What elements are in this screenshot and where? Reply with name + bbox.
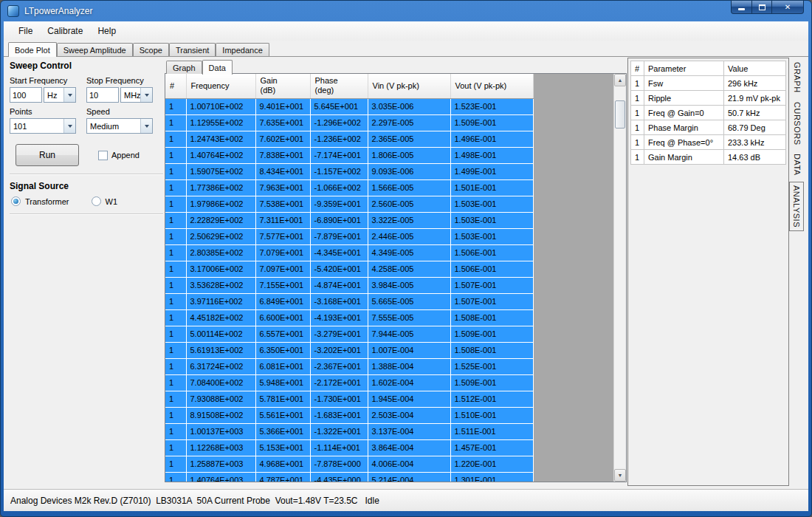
table-row[interactable]: 1Freq @ Phase=0°233.3 kHz [631, 135, 786, 150]
column-header[interactable]: Frequency [186, 74, 255, 98]
table-cell: 1.12955E+002 [186, 114, 255, 131]
stop-frequency-unit-select[interactable]: MHz [120, 87, 153, 103]
side-tab-cursors[interactable]: CURSORS [791, 99, 804, 148]
tab-impedance[interactable]: Impedance [216, 43, 269, 56]
points-select[interactable]: 101 [10, 118, 76, 134]
table-row[interactable]: 11.12955E+0027.635E+001-1.296E+0022.297E… [165, 114, 533, 131]
data-table-body: 11.00710E+0029.401E+0015.645E+0013.035E-… [165, 98, 533, 482]
points-label: Points [10, 107, 79, 116]
table-cell: 4.787E+001 [255, 472, 310, 482]
table-cell: 1 [165, 244, 186, 261]
table-row[interactable]: 17.08400E+0025.948E+001-2.172E+0011.602E… [165, 374, 533, 391]
maximize-button[interactable] [752, 1, 772, 14]
tab-scope[interactable]: Scope [133, 43, 169, 56]
table-row[interactable]: 1Gain Margin14.63 dB [631, 150, 786, 165]
table-row[interactable]: 14.45182E+0026.600E+001-4.193E+0017.555E… [165, 309, 533, 326]
side-tab-data[interactable]: DATA [791, 151, 804, 179]
separator [10, 213, 163, 215]
menu-item-calibrate[interactable]: Calibrate [40, 21, 90, 41]
tab-transient[interactable]: Transient [169, 43, 216, 56]
table-row[interactable]: 11.24743E+0027.602E+001-1.236E+0022.365E… [165, 131, 533, 147]
table-cell: 1.806E-005 [368, 147, 450, 163]
table-row[interactable]: 13.97116E+0026.849E+001-3.168E+0015.665E… [165, 293, 533, 309]
data-tab-data[interactable]: Data [202, 60, 233, 75]
stop-frequency-input[interactable] [86, 87, 119, 103]
start-frequency-unit-select[interactable]: Hz [44, 87, 76, 103]
table-cell: 4.45182E+002 [186, 309, 255, 326]
table-row[interactable]: 15.61913E+0026.350E+001-3.202E+0011.007E… [165, 342, 533, 358]
table-row[interactable]: 1Ripple21.9 mV pk-pk [631, 91, 786, 106]
sweep-control-title: Sweep Control [10, 61, 163, 71]
run-button[interactable]: Run [16, 144, 79, 166]
table-row[interactable]: 1Freq @ Gain=050.7 kHz [631, 106, 786, 120]
table-row[interactable]: 17.93088E+0025.781E+001-1.730E+0011.945E… [165, 391, 533, 407]
table-row[interactable]: 11.12268E+0035.153E+001-1.114E+0013.864E… [165, 439, 533, 456]
table-row[interactable]: 18.91508E+0025.561E+001-1.683E+0012.503E… [165, 407, 533, 423]
table-row[interactable]: 11.40764E+0027.838E+001-7.174E+0011.806E… [165, 147, 533, 163]
side-tab-analysis[interactable]: ANALYSIS [789, 182, 804, 231]
column-header[interactable]: Phase (deg) [310, 74, 368, 98]
table-cell: 1.496E-001 [450, 131, 533, 147]
column-header[interactable]: Vout (V pk-pk) [450, 74, 533, 98]
scroll-up-button[interactable]: ▲ [614, 74, 626, 86]
table-row[interactable]: 1Phase Margin68.79 Deg [631, 120, 786, 135]
table-cell: 3.17006E+002 [186, 261, 255, 277]
table-row[interactable]: 11.59075E+0028.434E+001-1.157E+0029.093E… [165, 163, 533, 179]
table-row[interactable]: 11.97986E+0027.538E+001-9.359E+0012.560E… [165, 196, 533, 212]
table-cell: 1.40764E+003 [186, 472, 255, 482]
speed-value: Medium [87, 122, 140, 131]
append-checkbox[interactable] [98, 151, 108, 160]
table-row[interactable]: 11.00710E+0029.401E+0015.645E+0013.035E-… [165, 98, 533, 114]
table-row[interactable]: 11.77386E+0027.963E+001-1.066E+0021.566E… [165, 179, 533, 196]
speed-select[interactable]: Medium [86, 118, 153, 134]
table-cell: -7.878E+000 [310, 456, 368, 472]
table-cell: 1.97986E+002 [186, 196, 255, 212]
menu-item-file[interactable]: File [11, 21, 40, 41]
table-cell: 1 [631, 91, 644, 106]
table-row[interactable]: 11.00137E+0035.366E+001-1.322E+0013.137E… [165, 423, 533, 439]
table-cell: 6.350E+001 [255, 342, 310, 358]
title-bar[interactable]: LTpowerAnalyzer ✕ [1, 1, 811, 21]
table-cell: -1.296E+002 [310, 114, 368, 131]
table-cell: 5.00114E+002 [186, 326, 255, 342]
table-cell: 2.446E-005 [368, 228, 450, 244]
minimize-button[interactable] [731, 1, 752, 14]
side-tab-graph[interactable]: GRAPH [791, 59, 804, 96]
table-row[interactable]: 13.53628E+0027.155E+001-4.874E+0013.984E… [165, 277, 533, 293]
start-frequency-input[interactable] [10, 87, 42, 103]
table-row[interactable]: 11.25887E+0034.968E+001-7.878E+0004.006E… [165, 456, 533, 472]
table-cell: 8.91508E+002 [186, 407, 255, 423]
speed-label: Speed [86, 107, 156, 116]
column-header[interactable]: # [165, 74, 186, 98]
table-cell: 1 [165, 212, 186, 228]
table-cell: 7.602E+001 [255, 131, 310, 147]
data-tab-graph[interactable]: Graph [166, 61, 202, 74]
table-row[interactable]: 11.40764E+0034.787E+001-4.435E+0005.214E… [165, 472, 533, 482]
table-cell: 2.297E-005 [368, 114, 450, 131]
menu-item-help[interactable]: Help [90, 21, 123, 41]
column-header[interactable]: Vin (V pk-pk) [368, 74, 450, 98]
table-row[interactable]: 12.22829E+0027.311E+001-6.890E+0013.322E… [165, 212, 533, 228]
table-cell: 7.93088E+002 [186, 391, 255, 407]
table-row[interactable]: 1Fsw296 kHz [631, 76, 786, 91]
table-cell: -4.874E+001 [310, 277, 368, 293]
table-cell: 7.155E+001 [255, 277, 310, 293]
table-cell: -2.367E+001 [310, 358, 368, 374]
scrollbar-thumb[interactable] [615, 100, 625, 129]
w1-radio[interactable] [92, 196, 101, 206]
column-header[interactable]: Gain (dB) [255, 74, 310, 98]
close-button[interactable]: ✕ [772, 1, 804, 14]
table-row[interactable]: 12.50629E+0027.577E+001-7.879E+0012.446E… [165, 228, 533, 244]
tab-sweep-amplitude[interactable]: Sweep Amplitude [57, 43, 133, 56]
table-row[interactable]: 16.31724E+0026.081E+001-2.367E+0011.388E… [165, 358, 533, 374]
table-row[interactable]: 15.00114E+0026.557E+001-3.279E+0017.944E… [165, 326, 533, 342]
table-cell: 1.510E-001 [450, 407, 533, 423]
transformer-radio[interactable] [11, 196, 21, 206]
table-cell: 1 [165, 179, 186, 196]
side-tab-strip: GRAPHCURSORSDATAANALYSIS [791, 59, 808, 234]
tab-bode-plot[interactable]: Bode Plot [8, 42, 57, 57]
scroll-down-button[interactable]: ▼ [614, 469, 626, 482]
table-row[interactable]: 12.80385E+0027.079E+001-4.345E+0014.349E… [165, 244, 533, 261]
vertical-scrollbar[interactable]: ▲ ▼ [613, 74, 626, 482]
table-row[interactable]: 13.17006E+0027.097E+001-5.420E+0014.258E… [165, 261, 533, 277]
